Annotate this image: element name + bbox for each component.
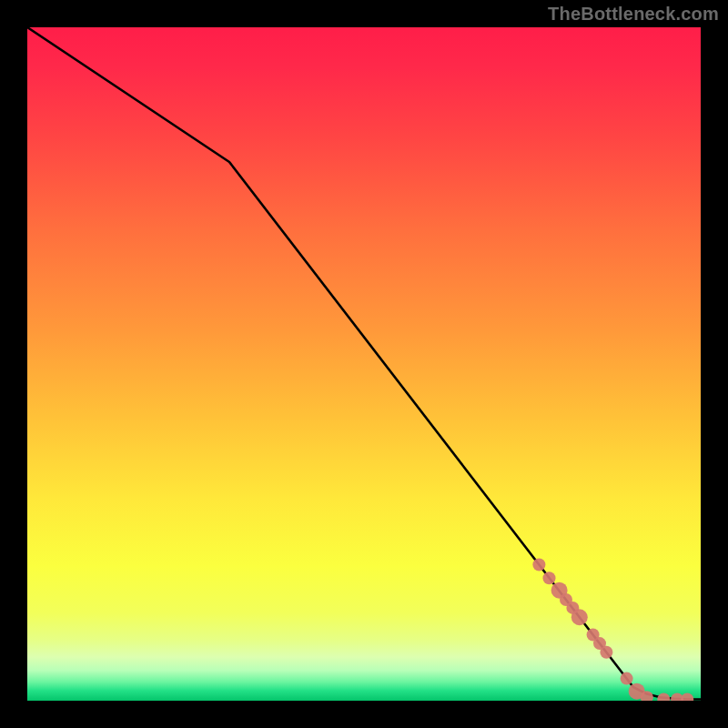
marker-point [532, 559, 545, 571]
marker-point [600, 646, 612, 659]
chart-frame: TheBottleneck.com [0, 0, 728, 728]
chart-background-gradient [27, 27, 701, 701]
watermark-text: TheBottleneck.com [548, 4, 719, 25]
chart-plot-area [27, 27, 701, 701]
marker-point [571, 609, 588, 625]
marker-point [621, 672, 633, 685]
chart-svg [27, 27, 701, 701]
marker-point [543, 571, 556, 584]
